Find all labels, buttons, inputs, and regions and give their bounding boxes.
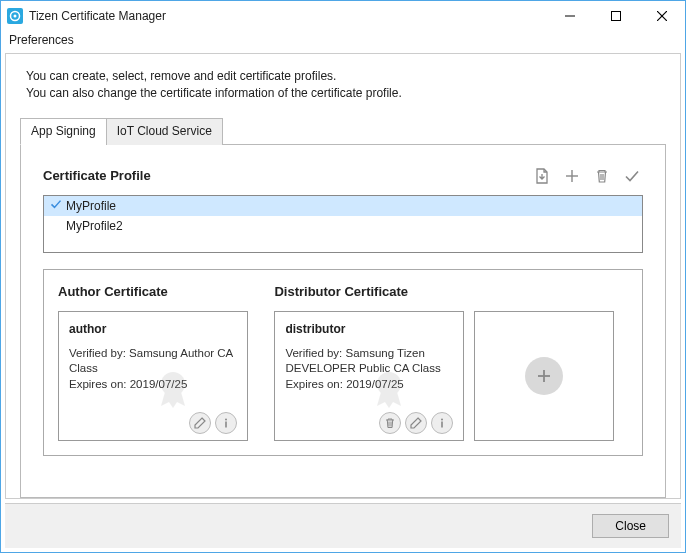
distributor-verified-by: Verified by: Samsung Tizen DEVELOPER Pub…	[285, 346, 453, 377]
profile-row[interactable]: MyProfile	[44, 196, 642, 216]
plus-icon	[525, 357, 563, 395]
close-button[interactable]: Close	[592, 514, 669, 538]
titlebar: Tizen Certificate Manager	[1, 1, 685, 31]
maximize-button[interactable]	[593, 1, 639, 31]
certificates-panel: Author Certificate author Verified by: S…	[43, 269, 643, 456]
active-check-icon	[50, 198, 62, 213]
import-profile-button[interactable]	[531, 165, 553, 187]
svg-rect-14	[442, 421, 444, 427]
info-author-cert-button[interactable]	[215, 412, 237, 434]
distributor-cert-actions	[285, 412, 453, 434]
distributor-cert-heading: Distributor Certificate	[274, 284, 628, 299]
svg-rect-11	[225, 421, 227, 427]
content-pane: You can create, select, remove and edit …	[5, 53, 681, 499]
intro-line-2: You can also change the certificate info…	[26, 85, 666, 102]
svg-point-13	[441, 418, 443, 420]
tab-app-signing[interactable]: App Signing	[20, 118, 107, 145]
svg-rect-4	[612, 12, 621, 21]
intro-line-1: You can create, select, remove and edit …	[26, 68, 666, 85]
author-cert-actions	[69, 412, 237, 434]
distributor-cards: distributor Verified by: Samsung Tizen D…	[274, 311, 628, 441]
add-profile-button[interactable]	[561, 165, 583, 187]
app-icon	[5, 6, 25, 26]
author-cert-heading: Author Certificate	[58, 284, 254, 299]
author-cert-body: Verified by: Samsung Author CA Class Exp…	[69, 346, 237, 408]
info-distributor-cert-button[interactable]	[431, 412, 453, 434]
profile-heading: Certificate Profile	[43, 168, 151, 183]
author-expires: Expires on: 2019/07/25	[69, 377, 237, 393]
author-cert-name: author	[69, 322, 237, 336]
tab-body: Certificate Profile	[20, 145, 666, 498]
preferences-menu[interactable]: Preferences	[1, 31, 685, 53]
profile-list[interactable]: MyProfile MyProfile2	[43, 195, 643, 253]
profile-section-header: Certificate Profile	[43, 165, 643, 187]
delete-profile-button[interactable]	[591, 165, 613, 187]
profile-name: MyProfile	[66, 199, 116, 213]
intro-text: You can create, select, remove and edit …	[26, 68, 666, 103]
edit-distributor-cert-button[interactable]	[405, 412, 427, 434]
author-verified-by: Verified by: Samsung Author CA Class	[69, 346, 237, 377]
footer: Close	[5, 503, 681, 548]
distributor-certificate-column: Distributor Certificate distributor Veri…	[274, 284, 628, 441]
tab-bar: App Signing IoT Cloud Service	[20, 117, 666, 145]
distributor-cert-name: distributor	[285, 322, 453, 336]
distributor-cert-body: Verified by: Samsung Tizen DEVELOPER Pub…	[285, 346, 453, 408]
window: Tizen Certificate Manager Preferences Yo…	[0, 0, 686, 553]
window-controls	[547, 1, 685, 31]
distributor-cert-card: distributor Verified by: Samsung Tizen D…	[274, 311, 464, 441]
tab-iot-cloud[interactable]: IoT Cloud Service	[106, 118, 223, 145]
close-window-button[interactable]	[639, 1, 685, 31]
profile-row[interactable]: MyProfile2	[44, 216, 642, 236]
delete-distributor-cert-button[interactable]	[379, 412, 401, 434]
window-title: Tizen Certificate Manager	[29, 9, 547, 23]
minimize-button[interactable]	[547, 1, 593, 31]
svg-point-10	[225, 418, 227, 420]
author-certificate-column: Author Certificate author Verified by: S…	[58, 284, 254, 441]
author-cert-card: author Verified by: Samsung Author CA Cl…	[58, 311, 248, 441]
profile-toolbar	[531, 165, 643, 187]
set-active-profile-button[interactable]	[621, 165, 643, 187]
svg-point-2	[14, 15, 17, 18]
distributor-expires: Expires on: 2019/07/25	[285, 377, 453, 393]
profile-name: MyProfile2	[66, 219, 123, 233]
edit-author-cert-button[interactable]	[189, 412, 211, 434]
add-distributor-cert-card[interactable]	[474, 311, 614, 441]
